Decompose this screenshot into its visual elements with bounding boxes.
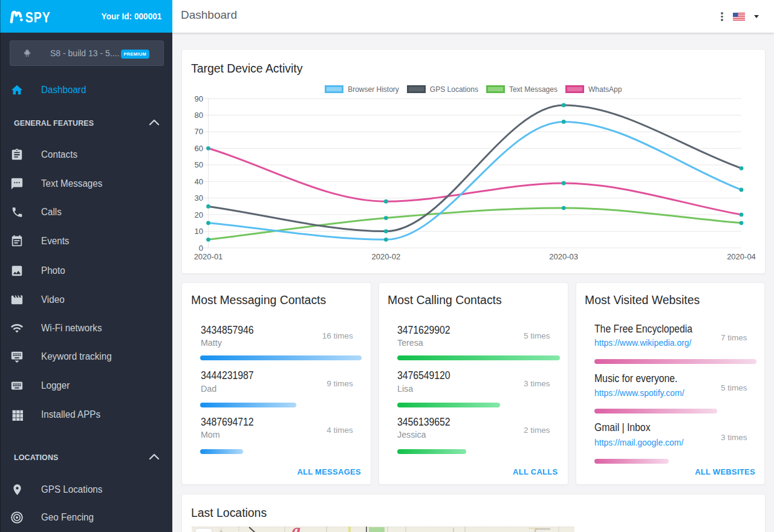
svg-text:0: 0 <box>199 244 203 253</box>
svg-text:60: 60 <box>195 144 203 153</box>
svg-text:90: 90 <box>195 94 203 103</box>
svg-text:70: 70 <box>195 127 203 136</box>
svg-text:30: 30 <box>195 193 203 203</box>
svg-text:80: 80 <box>195 111 203 120</box>
svg-text:a: a <box>292 527 301 532</box>
svg-text:2020-04: 2020-04 <box>727 252 756 261</box>
svg-text:SPY: SPY <box>25 9 51 25</box>
svg-text:2020-02: 2020-02 <box>371 252 400 261</box>
svg-text:20: 20 <box>195 210 203 219</box>
svg-text:2020-03: 2020-03 <box>549 252 578 261</box>
svg-text:40: 40 <box>195 177 203 186</box>
svg-text:2020-01: 2020-01 <box>194 252 223 261</box>
svg-text:10: 10 <box>195 227 203 236</box>
svg-text:50: 50 <box>195 160 203 169</box>
